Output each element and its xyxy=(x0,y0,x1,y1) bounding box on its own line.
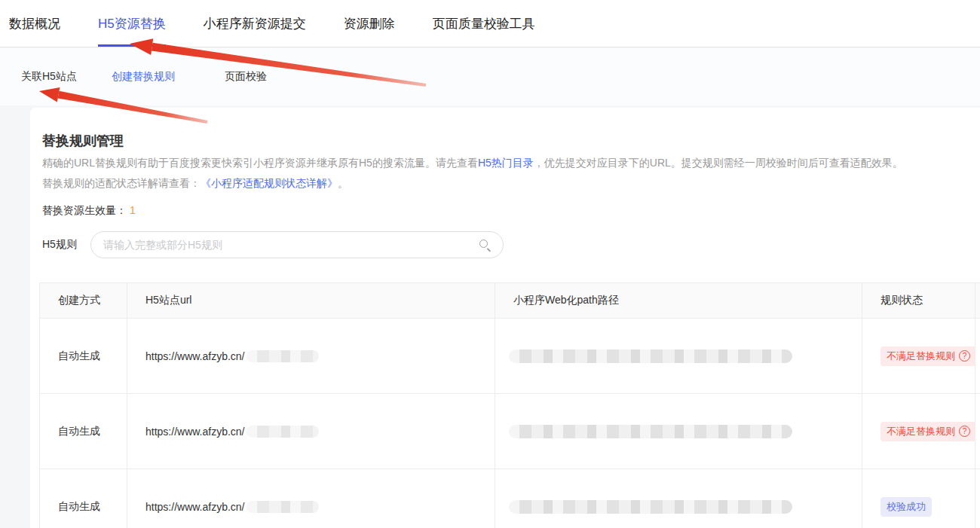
redacted-url-segment xyxy=(247,426,319,438)
col-header-create-mode: 创建方式 xyxy=(40,283,127,319)
redacted-path-segment xyxy=(509,500,792,514)
tab-h5-resource-replace[interactable]: H5资源替换 xyxy=(98,0,166,47)
col-header-h5-site-url: H5站点url xyxy=(127,283,495,319)
top-nav: 数据概况 H5资源替换 小程序新资源提交 资源删除 页面质量校验工具 xyxy=(0,0,980,47)
page: 数据概况 H5资源替换 小程序新资源提交 资源删除 页面质量校验工具 关联H5站… xyxy=(0,0,980,528)
subtab-page-check[interactable]: 页面校验 xyxy=(225,70,267,84)
table-row-2-create-mode: 自动生成 xyxy=(40,394,127,469)
desc-line2-tail: 。 xyxy=(338,177,348,189)
h5-rule-label: H5规则 xyxy=(42,238,90,252)
status-badge: 不满足替换规则? xyxy=(880,346,976,366)
table-row-3-create-mode: 自动生成 xyxy=(40,469,127,528)
redacted-path-segment xyxy=(509,349,792,363)
tab-data-overview[interactable]: 数据概况 xyxy=(9,0,60,47)
h5-rule-search-box xyxy=(90,231,504,258)
table-row-3-url: https://www.afzyb.cn/ xyxy=(127,469,495,528)
panel-description: 精确的URL替换规则有助于百度搜索更快索引小程序资源并继承原有H5的搜索流量。请… xyxy=(42,153,969,194)
status-badge: 不满足替换规则? xyxy=(880,422,976,441)
effective-count-line: 替换资源生效量：1 xyxy=(42,204,136,218)
table-row-3-path xyxy=(495,469,862,528)
table-row-3-status: 校验成功 xyxy=(862,469,975,528)
redacted-url-segment xyxy=(247,350,319,362)
effective-count-value: 1 xyxy=(130,204,136,216)
status-badge: 校验成功 xyxy=(880,497,932,517)
url-text: https://www.afzyb.cn/ xyxy=(145,350,245,362)
redacted-path-segment xyxy=(509,425,792,438)
desc-line2-text: 替换规则的适配状态详解请查看： xyxy=(42,177,201,189)
tab-resource-delete[interactable]: 资源删除 xyxy=(344,0,395,47)
url-text: https://www.afzyb.cn/ xyxy=(145,426,245,438)
desc-line1-text: 精确的URL替换规则有助于百度搜索更快索引小程序资源并继承原有H5的搜索流量。请… xyxy=(42,157,478,169)
h5-hot-directory-link[interactable]: H5热门目录 xyxy=(478,157,534,169)
table-row-1-path xyxy=(495,319,862,394)
table-row-2-status: 不满足替换规则? xyxy=(862,394,975,469)
table-row-1-overflow xyxy=(975,319,980,394)
tab-page-quality-check-tool[interactable]: 页面质量校验工具 xyxy=(433,0,535,47)
table-row-1-create-mode: 自动生成 xyxy=(40,319,127,394)
replace-rule-panel: 替换规则管理 精确的URL替换规则有助于百度搜索更快索引小程序资源并继承原有H5… xyxy=(30,108,980,528)
page-title: 替换规则管理 xyxy=(42,132,124,150)
replace-rule-table: 创建方式 H5站点url 小程序Web化path路径 规则状态 自动生成 htt… xyxy=(39,282,980,528)
subtab-linked-h5-site[interactable]: 关联H5站点 xyxy=(21,70,77,84)
help-icon[interactable]: ? xyxy=(959,350,970,362)
url-text: https://www.afzyb.cn/ xyxy=(145,501,245,513)
table-row-1-url: https://www.afzyb.cn/ xyxy=(127,319,495,394)
col-header-overflow xyxy=(975,283,980,319)
subtab-create-replace-rule[interactable]: 创建替换规则 xyxy=(112,70,175,84)
adapt-rule-status-doc-link[interactable]: 《小程序适配规则状态详解》 xyxy=(201,177,338,189)
table-row-2-overflow xyxy=(975,394,980,469)
table-row-3-overflow xyxy=(975,469,980,528)
search-icon[interactable] xyxy=(479,239,492,252)
col-header-rule-status: 规则状态 xyxy=(862,283,975,319)
effective-count-label: 替换资源生效量： xyxy=(42,204,127,216)
sub-nav: 关联H5站点 创建替换规则 页面校验 xyxy=(0,48,980,105)
desc-line1-tail: ，优先提交对应目录下的URL。提交规则需经一周校验时间后可查看适配效果。 xyxy=(534,157,903,169)
col-header-webpath: 小程序Web化path路径 xyxy=(495,283,862,319)
help-icon[interactable]: ? xyxy=(959,426,970,437)
redacted-url-segment xyxy=(247,501,319,513)
h5-rule-search-row: H5规则 xyxy=(42,231,504,258)
table-row-2-path xyxy=(495,394,862,469)
table-row-1-status: 不满足替换规则? xyxy=(862,319,975,394)
h5-rule-search-input[interactable] xyxy=(103,233,473,257)
table-row-2-url: https://www.afzyb.cn/ xyxy=(127,394,495,469)
tab-new-resource-submit[interactable]: 小程序新资源提交 xyxy=(204,0,306,47)
